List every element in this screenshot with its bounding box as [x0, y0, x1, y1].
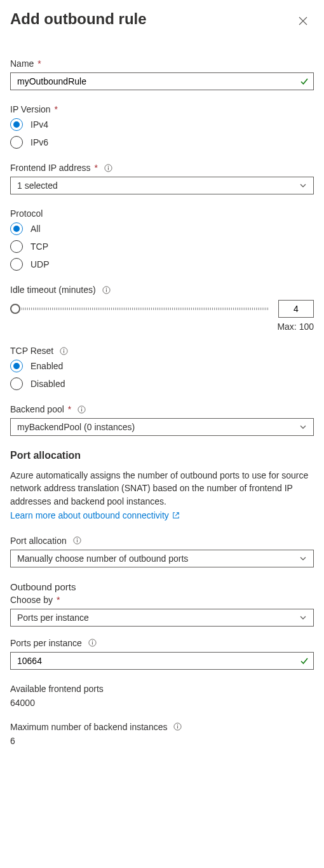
choose-by-label: Choose by*: [10, 595, 314, 605]
svg-point-19: [177, 724, 178, 725]
radio-label: TCP: [30, 241, 48, 252]
radio-icon: [10, 258, 23, 271]
radio-icon: [10, 360, 23, 372]
ip-version-label: IP Version*: [10, 104, 314, 114]
tcp-reset-label: TCP Reset: [10, 346, 314, 356]
protocol-label: Protocol: [10, 208, 314, 219]
svg-point-1: [108, 165, 109, 166]
radio-label: IPv6: [30, 137, 48, 147]
port-allocation-select[interactable]: Manually choose number of outbound ports: [10, 550, 314, 567]
protocol-all-radio[interactable]: All: [10, 222, 314, 235]
svg-point-7: [64, 348, 64, 349]
radio-icon: [10, 136, 23, 149]
available-ports-label: Available frontend ports: [10, 684, 314, 694]
info-icon[interactable]: [102, 286, 111, 294]
radio-label: All: [30, 224, 41, 234]
info-icon[interactable]: [78, 405, 86, 414]
idle-timeout-label: Idle timeout (minutes): [10, 285, 314, 295]
svg-rect-14: [77, 540, 78, 543]
external-link-icon: [172, 512, 180, 519]
slider-thumb[interactable]: [10, 304, 20, 314]
chevron-down-icon: [299, 555, 307, 562]
idle-timeout-max-label: Max: 100: [10, 322, 314, 332]
svg-rect-8: [64, 350, 64, 353]
ports-per-instance-label: Ports per instance: [10, 638, 314, 648]
idle-timeout-value-input[interactable]: [278, 300, 314, 318]
ip-version-ipv4-radio[interactable]: IPv4: [10, 118, 314, 131]
svg-rect-17: [92, 642, 93, 645]
outbound-ports-heading: Outbound ports: [10, 581, 314, 592]
protocol-udp-radio[interactable]: UDP: [10, 258, 314, 271]
radio-icon: [10, 377, 23, 390]
close-icon[interactable]: [296, 14, 310, 28]
svg-point-13: [76, 538, 77, 539]
radio-label: UDP: [30, 259, 50, 269]
radio-label: Disabled: [30, 379, 65, 389]
ip-version-ipv6-radio[interactable]: IPv6: [10, 136, 314, 149]
info-icon[interactable]: [173, 722, 182, 731]
max-backend-value: 6: [10, 736, 314, 746]
radio-icon: [10, 118, 23, 131]
radio-icon: [10, 240, 23, 253]
info-icon[interactable]: [60, 347, 68, 355]
radio-label: IPv4: [30, 119, 48, 130]
name-label: Name*: [10, 58, 314, 69]
ports-per-instance-input[interactable]: [10, 652, 314, 670]
protocol-tcp-radio[interactable]: TCP: [10, 240, 314, 253]
info-icon[interactable]: [104, 164, 112, 172]
max-backend-label: Maximum number of backend instances: [10, 722, 314, 732]
svg-point-10: [81, 407, 82, 407]
frontend-ip-select[interactable]: 1 selected: [10, 177, 314, 194]
port-allocation-heading: Port allocation: [10, 450, 314, 461]
tcp-reset-disabled-radio[interactable]: Disabled: [10, 377, 314, 390]
info-icon[interactable]: [73, 536, 81, 545]
idle-timeout-slider[interactable]: [10, 302, 269, 315]
backend-pool-label: Backend pool*: [10, 404, 314, 414]
port-allocation-label: Port allocation: [10, 536, 314, 546]
tcp-reset-enabled-radio[interactable]: Enabled: [10, 360, 314, 372]
choose-by-select[interactable]: Ports per instance: [10, 609, 314, 627]
frontend-ip-label: Frontend IP address*: [10, 163, 314, 173]
available-ports-value: 64000: [10, 698, 314, 708]
learn-more-link[interactable]: Learn more about outbound connectivity: [10, 510, 180, 520]
svg-rect-2: [108, 167, 109, 170]
chevron-down-icon: [299, 614, 307, 621]
svg-rect-20: [177, 726, 178, 729]
chevron-down-icon: [299, 182, 307, 189]
info-icon[interactable]: [88, 639, 97, 647]
svg-point-16: [92, 641, 93, 641]
svg-rect-5: [106, 289, 107, 292]
port-allocation-description: Azure automatically assigns the number o…: [10, 469, 314, 508]
backend-pool-select[interactable]: myBackendPool (0 instances): [10, 418, 314, 436]
svg-point-4: [105, 287, 106, 288]
name-input[interactable]: [10, 72, 314, 90]
page-title: Add outbound rule: [10, 10, 147, 28]
radio-label: Enabled: [30, 361, 63, 371]
chevron-down-icon: [299, 423, 307, 431]
svg-rect-11: [81, 409, 82, 411]
radio-icon: [10, 222, 23, 235]
